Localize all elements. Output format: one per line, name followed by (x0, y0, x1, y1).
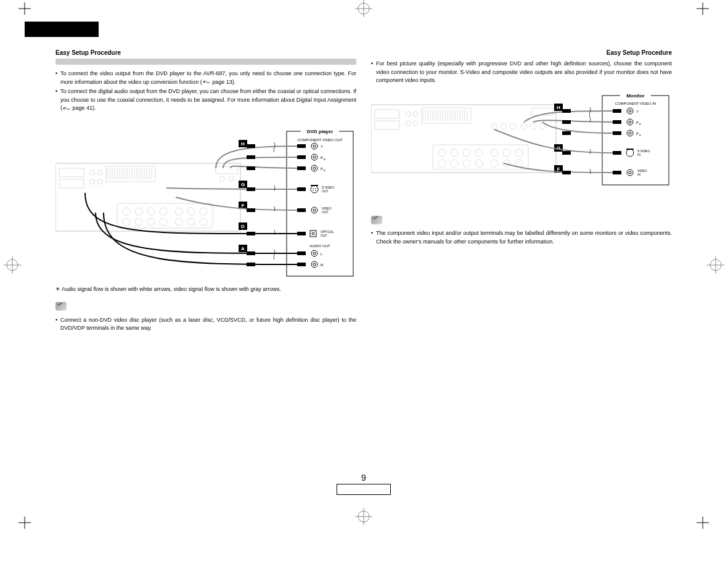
svg-point-83 (315, 190, 316, 191)
header-left: Easy Setup Procedure (55, 49, 121, 56)
svg-text:OUT: OUT (321, 234, 327, 237)
svg-text:Y: Y (636, 110, 639, 113)
svg-text:Y: Y (321, 145, 323, 149)
svg-point-71 (313, 156, 316, 158)
text: page 41). (71, 105, 96, 111)
svg-point-48 (123, 208, 130, 215)
bullet-item: • For best picture quality (especially w… (371, 60, 672, 85)
svg-rect-211 (562, 151, 571, 155)
svg-point-155 (438, 149, 446, 157)
svg-rect-120 (297, 208, 306, 212)
svg-point-64 (229, 176, 234, 181)
svg-text:IN: IN (637, 173, 640, 176)
comp-out-label: COMPONENT VIDEO OUT (297, 138, 343, 142)
monitor-connection-diagram: Monitor COMPONENT VIDEO IN Y PB PR S VID… (371, 92, 672, 203)
svg-text:G: G (557, 145, 560, 151)
svg-point-54 (147, 218, 155, 226)
page-ref-icon (202, 80, 211, 84)
text: Connect a non-DVD video disc player (suc… (60, 316, 356, 333)
svg-rect-79 (311, 185, 318, 186)
svg-rect-62 (216, 166, 237, 174)
svg-point-49 (135, 208, 142, 215)
svg-rect-114 (297, 155, 306, 159)
svg-rect-129 (375, 121, 399, 129)
text: page 13). (211, 79, 236, 85)
svg-rect-117 (247, 187, 255, 191)
svg-point-157 (463, 149, 470, 157)
svg-rect-176 (602, 96, 669, 185)
svg-rect-47 (117, 203, 213, 228)
svg-rect-192 (626, 149, 634, 150)
pencil-note-icon (371, 216, 382, 224)
svg-point-165 (515, 149, 523, 157)
black-header-bar (25, 22, 99, 37)
svg-rect-206 (613, 109, 621, 113)
svg-point-98 (311, 261, 317, 267)
svg-rect-21 (59, 168, 84, 177)
svg-text:R: R (321, 263, 324, 267)
svg-point-58 (200, 208, 207, 215)
svg-text:H: H (557, 105, 560, 110)
svg-text:B: B (324, 158, 325, 161)
svg-rect-210 (613, 131, 621, 135)
svg-rect-205 (562, 109, 571, 113)
svg-text:G: G (241, 182, 245, 187)
svg-point-96 (313, 252, 316, 255)
svg-point-55 (160, 218, 167, 226)
svg-text:A: A (241, 246, 245, 251)
svg-text:COMPONENT VIDEO IN: COMPONENT VIDEO IN (615, 102, 656, 105)
svg-point-23 (90, 170, 95, 175)
svg-point-130 (406, 112, 411, 116)
svg-point-132 (406, 121, 411, 126)
svg-point-162 (475, 160, 483, 167)
svg-point-51 (160, 208, 167, 215)
svg-rect-121 (247, 232, 255, 235)
svg-text:P: P (636, 132, 639, 136)
svg-point-74 (311, 165, 317, 171)
svg-point-91 (312, 232, 314, 235)
svg-rect-208 (613, 120, 621, 124)
svg-point-163 (491, 149, 498, 157)
svg-point-52 (123, 218, 130, 226)
svg-point-187 (627, 130, 633, 136)
bullet-item: • The component video input and/or outpu… (371, 229, 672, 246)
svg-point-174 (530, 123, 536, 129)
svg-point-184 (629, 121, 631, 123)
svg-text:IN: IN (637, 153, 640, 157)
svg-point-159 (438, 160, 446, 167)
page-number: 9 (336, 473, 391, 495)
text: For best picture quality (especially wit… (376, 60, 672, 85)
bullet-item: • To connect the digital audio output fr… (55, 88, 356, 113)
svg-rect-119 (247, 208, 255, 212)
svg-point-160 (451, 160, 458, 167)
svg-text:Monitor: Monitor (626, 93, 644, 99)
svg-point-80 (313, 188, 314, 189)
svg-point-172 (510, 123, 516, 129)
svg-point-131 (413, 112, 418, 116)
svg-point-26 (97, 179, 102, 184)
svg-rect-134 (422, 108, 471, 123)
svg-rect-125 (247, 263, 255, 266)
svg-point-56 (175, 208, 182, 215)
svg-point-170 (491, 123, 497, 129)
svg-point-86 (311, 207, 317, 213)
svg-rect-65 (287, 131, 353, 276)
svg-point-173 (521, 123, 527, 129)
svg-rect-207 (562, 120, 571, 124)
signal-flow-note: ✳ Audio signal flow is shown with white … (55, 285, 356, 294)
svg-point-156 (451, 149, 458, 157)
svg-text:P: P (321, 167, 323, 171)
svg-point-59 (175, 218, 182, 226)
svg-text:F: F (242, 203, 245, 208)
svg-rect-113 (247, 155, 255, 159)
dvd-title: DVD player (307, 129, 333, 134)
svg-point-171 (501, 123, 507, 129)
svg-point-158 (475, 149, 483, 157)
svg-text:R: R (324, 169, 325, 172)
svg-text:D: D (241, 224, 245, 229)
svg-text:OUT: OUT (322, 210, 329, 214)
page-ref-icon (62, 106, 71, 111)
svg-rect-22 (59, 179, 84, 188)
svg-point-75 (313, 167, 316, 169)
pencil-note-icon (55, 302, 67, 311)
